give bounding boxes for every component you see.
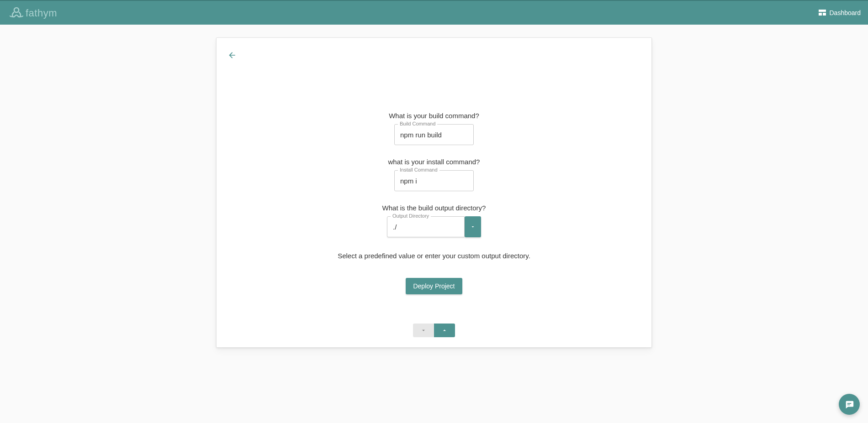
chevron-down-icon xyxy=(420,327,427,334)
step-prev-button[interactable] xyxy=(413,324,434,337)
fathym-logo-icon: fathym xyxy=(7,5,76,21)
back-button[interactable] xyxy=(228,51,238,62)
brand-logo[interactable]: fathym xyxy=(7,5,76,21)
output-dir-field-wrap: Output Directory xyxy=(387,216,465,237)
build-command-input[interactable] xyxy=(394,124,474,145)
output-dir-combo: Output Directory xyxy=(387,216,481,237)
svg-rect-1 xyxy=(847,403,851,404)
output-dir-helper: Select a predefined value or enter your … xyxy=(338,252,530,260)
deploy-project-button[interactable]: Deploy Project xyxy=(406,278,462,294)
build-command-label: Build Command xyxy=(398,121,437,126)
install-command-label: Install Command xyxy=(398,167,439,172)
top-bar: fathym Dashboard xyxy=(0,0,868,25)
install-command-input[interactable] xyxy=(394,170,474,191)
svg-rect-2 xyxy=(847,404,850,405)
chat-fab[interactable] xyxy=(839,394,860,415)
step-pager xyxy=(228,324,640,337)
chevron-up-icon xyxy=(441,327,448,334)
build-command-field-wrap: Build Command xyxy=(394,124,474,145)
output-dir-input[interactable] xyxy=(387,216,465,237)
setup-card: What is your build command? Build Comman… xyxy=(216,37,652,348)
install-command-field-wrap: Install Command xyxy=(394,170,474,191)
step-next-button[interactable] xyxy=(434,324,455,337)
dashboard-link[interactable]: Dashboard xyxy=(819,9,861,16)
output-dir-dropdown-button[interactable] xyxy=(465,216,481,237)
dashboard-icon xyxy=(819,10,826,16)
output-dir-label: Output Directory xyxy=(391,213,431,219)
svg-point-0 xyxy=(14,8,19,12)
output-dir-question: What is the build output directory? xyxy=(382,204,486,212)
arrow-left-icon xyxy=(228,51,237,60)
caret-down-icon xyxy=(470,224,476,230)
build-command-question: What is your build command? xyxy=(389,112,479,120)
brand-text: fathym xyxy=(26,7,57,19)
dashboard-label: Dashboard xyxy=(830,9,861,16)
install-command-question: what is your install command? xyxy=(388,158,480,166)
deploy-form: What is your build command? Build Comman… xyxy=(228,112,640,294)
chat-icon xyxy=(844,399,854,409)
